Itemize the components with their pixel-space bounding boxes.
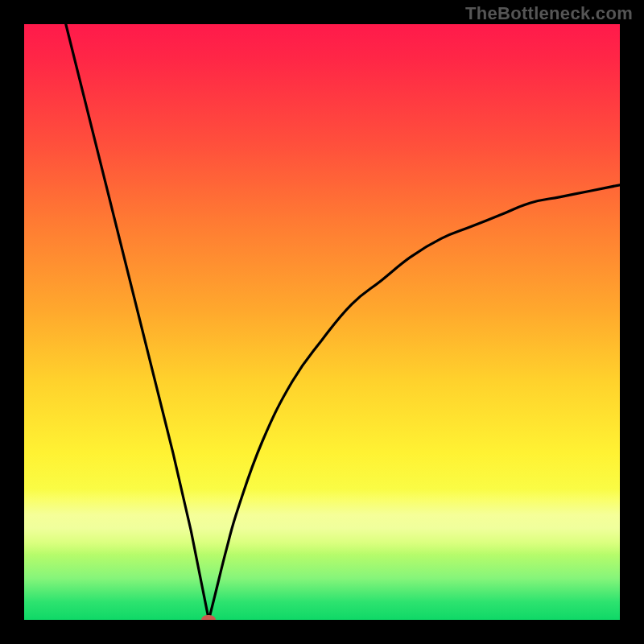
plot-area <box>24 24 620 620</box>
watermark-text: TheBottleneck.com <box>465 3 633 24</box>
minimum-marker <box>201 615 216 620</box>
chart-frame: TheBottleneck.com <box>0 0 644 644</box>
bottleneck-curve <box>24 24 620 620</box>
